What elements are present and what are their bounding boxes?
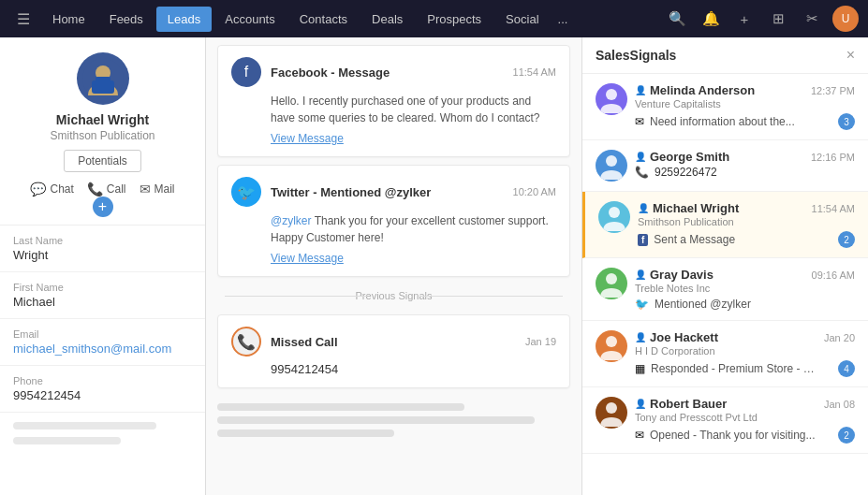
signal-message-row: fSent a Message2 [638,231,855,248]
svg-point-5 [606,89,617,100]
signal-avatar [596,397,627,429]
signal-top: 👤 Joe HackettJan 20H I D Corporation▦Res… [596,330,855,377]
call-button[interactable]: 📞 Call [87,182,126,197]
feed-header: 🐦Twitter - Mentioned @zylker10:20 AM [231,177,556,207]
signal-item[interactable]: 👤 George Smith12:16 PM📞9259226472 [582,140,868,192]
nav-item-home[interactable]: Home [41,7,96,32]
feed-view-message-link[interactable]: View Message [271,252,556,265]
signal-item[interactable]: 👤 Robert BauerJan 08Tony and Presscott P… [582,387,868,454]
signal-time: 12:16 PM [811,152,855,163]
field-value[interactable]: michael_smithson@mail.com [13,342,192,356]
signal-avatar [598,201,630,233]
nav-item-deals[interactable]: Deals [360,7,414,32]
signal-name: 👤 Melinda Anderson [635,83,755,97]
signals-close-button[interactable]: × [846,47,855,64]
search-icon[interactable]: 🔍 [664,6,690,32]
signal-message-text: Need information about the... [650,115,818,128]
call-feed-icon: 📞 [231,327,261,357]
feed-time: 10:20 AM [513,186,556,197]
signal-message-text: Responded - Premium Store - Fee... [651,362,819,375]
call-label: Call [107,182,126,196]
feed-body: @zylker Thank you for your excellent cus… [271,212,556,246]
signal-item[interactable]: 👤 Melinda Anderson12:37 PMVenture Capita… [582,74,868,140]
chat-button[interactable]: 💬 Chat [30,182,73,197]
chat-label: Chat [50,182,73,196]
feed-mention[interactable]: @zylker [271,214,315,227]
main-layout: Michael Wright Smithson Publication Pote… [0,37,868,495]
nav-item-prospects[interactable]: Prospects [416,7,493,32]
grid-icon[interactable]: ⊞ [765,6,791,32]
signal-time: Jan 20 [824,332,855,343]
skeleton-line [13,422,156,429]
field-phone: Phone9954212454 [0,366,205,413]
signal-avatar [596,268,627,299]
field-list: Last NameWrightFirst NameMichaelEmailmic… [0,226,205,413]
signal-name: 👤 Robert Bauer [635,397,727,411]
top-navigation: ☰ HomeFeedsLeadsAccountsContactsDealsPro… [0,0,868,37]
nav-more-button[interactable]: ... [552,8,574,30]
settings-icon[interactable]: ✂ [799,6,825,32]
signal-message-text: Sent a Message [654,233,822,246]
nav-item-leads[interactable]: Leads [156,7,212,32]
field-label: Email [13,328,192,340]
skeleton-line [217,416,535,424]
feed-item-twitter: 🐦Twitter - Mentioned @zylker10:20 AM@zyl… [217,165,570,277]
skeleton-line [217,403,464,411]
missed-call-number: 9954212454 [271,362,556,376]
add-circle-button[interactable]: + [93,197,113,217]
signal-company: Venture Capitalists [635,98,855,109]
signal-info: 👤 Melinda Anderson12:37 PMVenture Capita… [635,83,855,130]
mail-icon: ✉ [140,182,151,197]
add-icon[interactable]: + [731,6,758,32]
signal-top: 👤 Melinda Anderson12:37 PMVenture Capita… [596,83,855,130]
chat-icon: 💬 [30,182,46,197]
signal-message-icon: ✉ [635,429,644,442]
signal-avatar [596,330,627,362]
bell-icon[interactable]: 🔔 [698,6,724,32]
signal-info: 👤 Michael Wright11:54 AMSmithson Publica… [638,201,855,248]
signal-company: H I D Corporation [635,345,855,357]
signal-message-icon: f [638,234,648,246]
feed-title: Twitter - Mentioned @zylker [271,185,431,199]
field-label: Last Name [13,235,192,246]
mail-button[interactable]: ✉ Mail [140,182,175,197]
signal-message-row: ✉Need information about the...3 [635,113,855,130]
skeleton-line [217,429,394,437]
field-first-name: First NameMichael [0,272,205,319]
nav-item-contacts[interactable]: Contacts [288,7,359,32]
center-panel: fFacebook - Message11:54 AMHello. I rece… [206,37,582,495]
nav-item-feeds[interactable]: Feeds [98,7,154,32]
svg-point-11 [606,273,617,284]
feed-view-message-link[interactable]: View Message [271,132,556,145]
feed-header: fFacebook - Message11:54 AM [231,57,556,87]
signal-name-row: 👤 Michael Wright11:54 AM [638,201,855,215]
signal-item[interactable]: 👤 Michael Wright11:54 AMSmithson Publica… [582,192,868,258]
signal-item[interactable]: 👤 Gray Davis09:16 AMTreble Notes Inc🐦Men… [582,258,868,321]
user-avatar[interactable]: U [832,6,859,32]
signal-message-row: ▦Responded - Premium Store - Fee...4 [635,360,855,377]
signal-name-row: 👤 Joe HackettJan 20 [635,330,855,344]
profile-avatar [77,52,129,105]
field-label: First Name [13,282,192,293]
signal-name: 👤 Michael Wright [638,201,739,215]
hamburger-menu[interactable]: ☰ [9,7,37,32]
feed-item-call: 📞Missed CallJan 199954212454 [217,314,570,388]
feed-time: Jan 19 [525,336,556,347]
signal-time: 11:54 AM [812,203,855,214]
potentials-button[interactable]: Potentials [64,150,141,172]
skeleton-area [0,413,205,461]
signal-top: 👤 George Smith12:16 PM📞9259226472 [596,150,855,182]
signal-company: Tony and Presscott Pvt Ltd [635,412,855,423]
svg-point-7 [606,155,617,167]
svg-point-9 [609,207,620,218]
signal-message-icon: 🐦 [635,298,649,311]
signal-info: 👤 Robert BauerJan 08Tony and Presscott P… [635,397,855,444]
nav-item-accounts[interactable]: Accounts [213,7,286,32]
center-skeleton [217,403,570,443]
signal-item[interactable]: 👤 Joe HackettJan 20H I D Corporation▦Res… [582,321,868,387]
profile-name: Michael Wright [56,112,149,127]
signal-badge: 2 [838,231,855,248]
field-label: Phone [13,375,192,386]
signal-name-row: 👤 Melinda Anderson12:37 PM [635,83,855,97]
nav-item-social[interactable]: Social [494,7,550,32]
